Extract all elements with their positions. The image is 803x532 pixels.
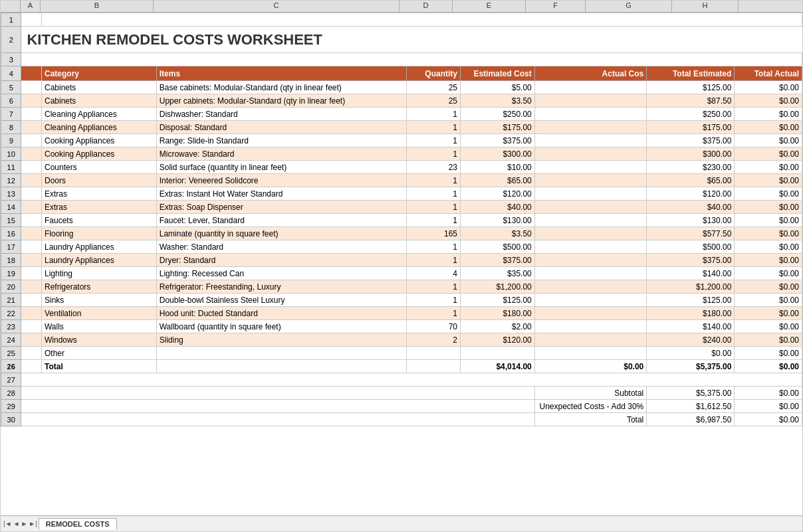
cell-total-actual-20[interactable]: $0.00 — [735, 280, 802, 294]
cell-category-22[interactable]: Ventilation — [41, 307, 156, 320]
cell-est-21[interactable]: $125.00 — [461, 294, 535, 307]
cell-total-actual-10[interactable]: $0.00 — [735, 147, 802, 161]
tab-nav-prev[interactable]: ◄ — [13, 520, 20, 527]
cell-items-6[interactable]: Upper cabinets: Modular-Standard (qty in… — [156, 94, 406, 108]
cell-items-22[interactable]: Hood unit: Ducted Standard — [156, 307, 406, 320]
cell-est-25[interactable] — [461, 347, 535, 360]
cell-est-23[interactable]: $2.00 — [461, 320, 535, 333]
cell-qty-9[interactable]: 1 — [406, 134, 460, 147]
cell-qty-14[interactable]: 1 — [406, 201, 460, 214]
cell-items-17[interactable]: Washer: Standard — [156, 240, 406, 254]
cell-items-8[interactable]: Disposal: Standard — [156, 121, 406, 134]
cell-qty-6[interactable]: 25 — [406, 94, 460, 108]
cell-est-17[interactable]: $500.00 — [461, 240, 535, 254]
cell-actual-12[interactable] — [534, 174, 646, 187]
cell-total-actual-24[interactable]: $0.00 — [735, 333, 802, 347]
cell-items-7[interactable]: Dishwasher: Standard — [156, 108, 406, 121]
cell-actual-17[interactable] — [534, 240, 646, 254]
cell-est-6[interactable]: $3.50 — [461, 94, 535, 108]
cell-est-19[interactable]: $35.00 — [461, 267, 535, 280]
cell-total-est-10[interactable]: $300.00 — [647, 147, 735, 161]
cell-total-est-7[interactable]: $250.00 — [647, 108, 735, 121]
cell-total-actual-9[interactable]: $0.00 — [735, 134, 802, 147]
cell-actual-6[interactable] — [534, 94, 646, 108]
cell-category-21[interactable]: Sinks — [41, 294, 156, 307]
cell-total-actual-22[interactable]: $0.00 — [735, 307, 802, 320]
cell-actual-5[interactable] — [534, 81, 646, 94]
cell-category-18[interactable]: Laundry Appliances — [41, 254, 156, 267]
cell-actual-14[interactable] — [534, 201, 646, 214]
cell-total-est-16[interactable]: $577.50 — [647, 227, 735, 240]
cell-est-16[interactable]: $3.50 — [461, 227, 535, 240]
cell-1a[interactable] — [21, 13, 41, 27]
cell-est-18[interactable]: $375.00 — [461, 254, 535, 267]
cell-category-9[interactable]: Cooking Appliances — [41, 134, 156, 147]
cell-qty-23[interactable]: 70 — [406, 320, 460, 333]
cell-est-22[interactable]: $180.00 — [461, 307, 535, 320]
cell-actual-7[interactable] — [534, 108, 646, 121]
cell-qty-18[interactable]: 1 — [406, 254, 460, 267]
cell-actual-11[interactable] — [534, 161, 646, 174]
sheet-tab-remodel-costs[interactable]: REMODEL COSTS — [39, 518, 117, 529]
cell-category-12[interactable]: Doors — [41, 174, 156, 187]
cell-category-16[interactable]: Flooring — [41, 227, 156, 240]
cell-total-actual-16[interactable]: $0.00 — [735, 227, 802, 240]
cell-total-est-24[interactable]: $240.00 — [647, 333, 735, 347]
cell-total-est-11[interactable]: $230.00 — [647, 161, 735, 174]
cell-actual-8[interactable] — [534, 121, 646, 134]
cell-category-15[interactable]: Faucets — [41, 214, 156, 227]
cell-items-18[interactable]: Dryer: Standard — [156, 254, 406, 267]
cell-total-actual-7[interactable]: $0.00 — [735, 108, 802, 121]
tab-nav-first[interactable]: |◄ — [3, 520, 12, 527]
cell-actual-19[interactable] — [534, 267, 646, 280]
cell-items-19[interactable]: Lighting: Recessed Can — [156, 267, 406, 280]
cell-est-9[interactable]: $375.00 — [461, 134, 535, 147]
cell-qty-22[interactable]: 1 — [406, 307, 460, 320]
tab-nav-last[interactable]: ►| — [29, 520, 37, 527]
cell-total-actual-21[interactable]: $0.00 — [735, 294, 802, 307]
cell-qty-12[interactable]: 1 — [406, 174, 460, 187]
cell-est-13[interactable]: $120.00 — [461, 187, 535, 201]
cell-est-5[interactable]: $5.00 — [461, 81, 535, 94]
cell-total-est-8[interactable]: $175.00 — [647, 121, 735, 134]
cell-total-est-6[interactable]: $87.50 — [647, 94, 735, 108]
cell-category-24[interactable]: Windows — [41, 333, 156, 347]
cell-est-15[interactable]: $130.00 — [461, 214, 535, 227]
cell-total-actual-17[interactable]: $0.00 — [735, 240, 802, 254]
cell-qty-5[interactable]: 25 — [406, 81, 460, 94]
cell-est-8[interactable]: $175.00 — [461, 121, 535, 134]
cell-qty-16[interactable]: 165 — [406, 227, 460, 240]
cell-category-14[interactable]: Extras — [41, 201, 156, 214]
cell-total-est-17[interactable]: $500.00 — [647, 240, 735, 254]
cell-total-est-18[interactable]: $375.00 — [647, 254, 735, 267]
cell-items-14[interactable]: Extras: Soap Dispenser — [156, 201, 406, 214]
cell-category-17[interactable]: Laundry Appliances — [41, 240, 156, 254]
cell-items-16[interactable]: Laminate (quantity in square feet) — [156, 227, 406, 240]
cell-total-est-9[interactable]: $375.00 — [647, 134, 735, 147]
cell-total-actual-23[interactable]: $0.00 — [735, 320, 802, 333]
cell-est-10[interactable]: $300.00 — [461, 147, 535, 161]
cell-qty-11[interactable]: 23 — [406, 161, 460, 174]
cell-category-13[interactable]: Extras — [41, 187, 156, 201]
cell-actual-22[interactable] — [534, 307, 646, 320]
cell-category-11[interactable]: Counters — [41, 161, 156, 174]
cell-items-10[interactable]: Microwave: Standard — [156, 147, 406, 161]
cell-total-actual-11[interactable]: $0.00 — [735, 161, 802, 174]
cell-items-21[interactable]: Double-bowl Stainless Steel Luxury — [156, 294, 406, 307]
cell-total-actual-25[interactable]: $0.00 — [735, 347, 802, 360]
cell-total-est-13[interactable]: $120.00 — [647, 187, 735, 201]
cell-qty-24[interactable]: 2 — [406, 333, 460, 347]
cell-actual-13[interactable] — [534, 187, 646, 201]
cell-total-est-21[interactable]: $125.00 — [647, 294, 735, 307]
cell-items-13[interactable]: Extras: Instant Hot Water Standard — [156, 187, 406, 201]
cell-est-14[interactable]: $40.00 — [461, 201, 535, 214]
cell-total-est-14[interactable]: $40.00 — [647, 201, 735, 214]
cell-items-20[interactable]: Refrigerator: Freestanding, Luxury — [156, 280, 406, 294]
cell-items-12[interactable]: Interior: Veneered Solidcore — [156, 174, 406, 187]
cell-category-7[interactable]: Cleaning Appliances — [41, 108, 156, 121]
cell-qty-8[interactable]: 1 — [406, 121, 460, 134]
cell-category-10[interactable]: Cooking Appliances — [41, 147, 156, 161]
cell-total-actual-12[interactable]: $0.00 — [735, 174, 802, 187]
tab-nav-next[interactable]: ► — [21, 520, 27, 527]
cell-total-est-15[interactable]: $130.00 — [647, 214, 735, 227]
